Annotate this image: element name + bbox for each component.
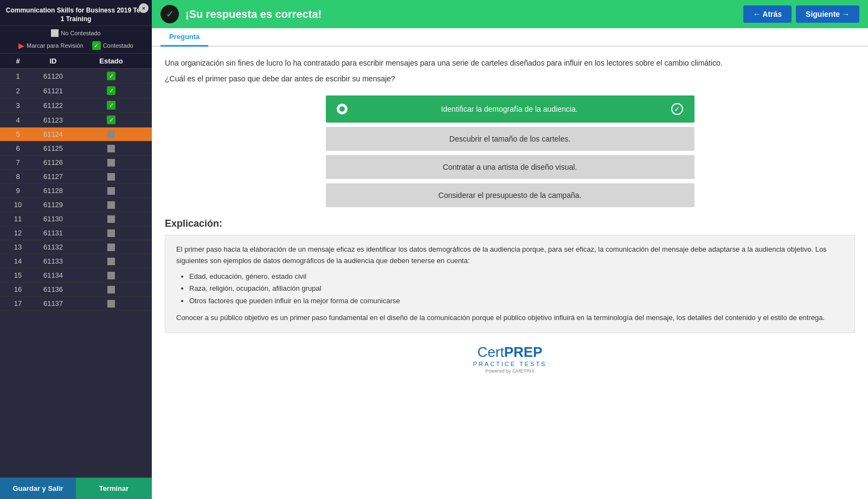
legend-row2: ▶ Marcar para Revisión ✓ Contestado <box>0 40 152 54</box>
question-row-10[interactable]: 1061129 <box>0 198 152 212</box>
unanswered-square-icon <box>107 272 115 279</box>
question-row-11[interactable]: 1161130 <box>0 212 152 226</box>
question-row-2[interactable]: 261121✓ <box>0 84 152 98</box>
main-content: ✓ ¡Su respuesta es correcta! ← Atrás Sig… <box>152 0 868 499</box>
review-icon: ▶ <box>18 41 24 50</box>
q-num: 2 <box>4 87 31 95</box>
col-num: # <box>4 57 31 65</box>
question-row-3[interactable]: 361122✓ <box>0 98 152 113</box>
save-button[interactable]: Guardar y Salir <box>0 478 76 499</box>
radio-dot-icon <box>337 104 348 114</box>
q-status <box>75 244 147 251</box>
close-button[interactable]: × <box>139 3 149 13</box>
q-id: 61120 <box>31 72 75 80</box>
q-status <box>75 145 147 152</box>
explanation-box: El primer paso hacia la elaboración de u… <box>165 235 855 333</box>
q-status: ✓ <box>75 86 147 95</box>
question-row-17[interactable]: 1761137 <box>0 297 152 311</box>
question-row-15[interactable]: 1561134 <box>0 268 152 283</box>
back-button[interactable]: ← Atrás <box>743 5 792 23</box>
q-status: ✓ <box>75 72 147 80</box>
unanswered-square-icon <box>107 300 115 308</box>
q-id: 61131 <box>31 229 75 237</box>
unanswered-label: No Contestado <box>61 30 100 36</box>
col-id: ID <box>31 57 75 65</box>
answered-label: Contestado <box>103 42 133 49</box>
unanswered-square-icon <box>107 215 115 223</box>
q-num: 8 <box>4 172 31 181</box>
brand-name: CertPREP <box>165 344 855 361</box>
q-num: 16 <box>4 285 31 293</box>
explanation-bullet: Otros factores que pueden influir en la … <box>189 296 844 307</box>
content-area: Una organización sin fines de lucro lo h… <box>152 47 868 499</box>
explanation-bullet: Edad, educación, género, estado civil <box>189 271 844 283</box>
answered-icon: ✓ <box>92 41 101 50</box>
q-num: 12 <box>4 229 31 237</box>
answer-option-2[interactable]: Contratar a una artista de diseño visual… <box>326 155 695 179</box>
q-num: 7 <box>4 158 31 167</box>
q-num: 17 <box>4 299 31 308</box>
q-status <box>75 131 147 138</box>
legend-row1: No Contestado <box>0 26 152 40</box>
q-status <box>75 173 147 181</box>
check-icon: ✓ <box>107 116 115 124</box>
sidebar-footer: Guardar y Salir Terminar <box>0 477 152 499</box>
sidebar-title: Communication Skills for Business 2019 T… <box>5 4 146 23</box>
answer-text: Identificar la demografía de la audienci… <box>441 105 577 113</box>
q-id: 61127 <box>31 172 75 181</box>
q-id: 61130 <box>31 215 75 223</box>
explanation-text2: Conocer a su público objetivo es un prim… <box>176 312 844 324</box>
next-button[interactable]: Siguiente → <box>796 5 859 23</box>
explanation-bullets: Edad, educación, género, estado civilRaz… <box>189 271 844 307</box>
answer-option-0[interactable]: Identificar la demografía de la audienci… <box>326 95 695 123</box>
answer-option-3[interactable]: Considerar el presupuesto de la campaña. <box>326 183 695 207</box>
q-id: 61125 <box>31 144 75 152</box>
q-status <box>75 300 147 308</box>
q-id: 61129 <box>31 201 75 209</box>
unanswered-square-icon <box>107 286 115 293</box>
check-icon: ✓ <box>107 101 115 110</box>
q-id: 61137 <box>31 299 75 308</box>
q-num: 3 <box>4 101 31 110</box>
check-icon: ✓ <box>107 86 115 95</box>
question-row-9[interactable]: 961128 <box>0 184 152 198</box>
unanswered-square-icon <box>107 145 115 152</box>
question-row-16[interactable]: 1661136 <box>0 283 152 297</box>
q-status <box>75 159 147 167</box>
question-list: 161120✓261121✓361122✓461123✓561124661125… <box>0 69 152 477</box>
q-id: 61126 <box>31 158 75 167</box>
question-row-12[interactable]: 1261131 <box>0 226 152 240</box>
finish-button[interactable]: Terminar <box>76 478 152 499</box>
question-row-5[interactable]: 561124 <box>0 127 152 142</box>
question-row-1[interactable]: 161120✓ <box>0 69 152 84</box>
q-status <box>75 272 147 279</box>
tab-pregunta[interactable]: Pregunta <box>160 28 208 47</box>
answer-option-1[interactable]: Descubrir el tamaño de los carteles. <box>326 127 695 151</box>
legend-answered: ✓ Contestado <box>92 41 133 50</box>
answer-correct-icon: ✓ <box>671 103 683 115</box>
legend-unanswered: No Contestado <box>51 29 100 37</box>
q-id: 61136 <box>31 285 75 293</box>
question-text1: Una organización sin fines de lucro lo h… <box>165 57 855 69</box>
legend-review: ▶ Marcar para Revisión <box>18 41 83 50</box>
q-num: 9 <box>4 187 31 195</box>
unanswered-square-icon <box>107 229 115 237</box>
footer-brand: CertPREP PRACTICE TESTS Powered by GMETR… <box>165 333 855 379</box>
question-row-6[interactable]: 661125 <box>0 142 152 156</box>
q-status <box>75 286 147 293</box>
q-id: 61128 <box>31 187 75 195</box>
question-row-4[interactable]: 461123✓ <box>0 113 152 127</box>
question-row-14[interactable]: 1461133 <box>0 254 152 268</box>
q-num: 14 <box>4 257 31 265</box>
unanswered-square-icon <box>107 159 115 167</box>
unanswered-square-icon <box>107 131 115 138</box>
table-header: # ID Estado <box>0 54 152 69</box>
q-id: 61124 <box>31 130 75 138</box>
question-row-7[interactable]: 761126 <box>0 156 152 170</box>
tab-bar: Pregunta <box>152 28 868 47</box>
unanswered-square-icon <box>107 244 115 251</box>
q-status <box>75 201 147 209</box>
unanswered-square-icon <box>107 258 115 265</box>
question-row-13[interactable]: 1361132 <box>0 240 152 254</box>
question-row-8[interactable]: 861127 <box>0 170 152 184</box>
